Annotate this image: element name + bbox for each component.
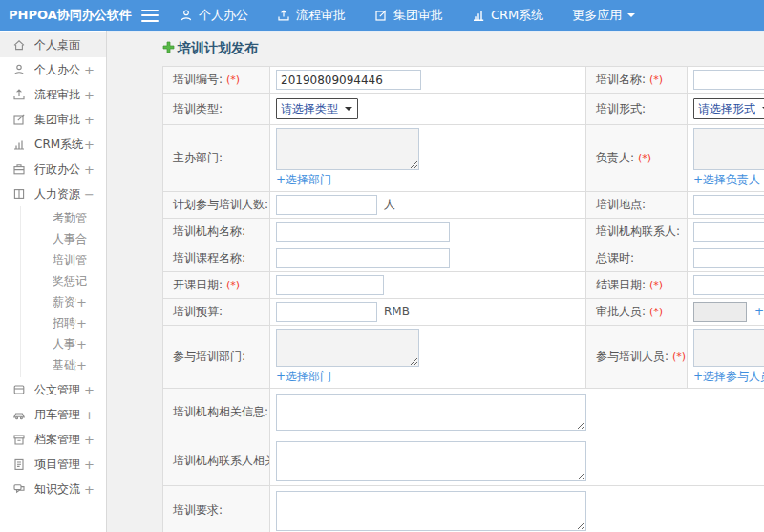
- sidebar-item-projects[interactable]: 项目管理 +: [0, 452, 106, 477]
- field-label: 培训课程名称:: [173, 251, 245, 265]
- sidebar-item-personal-office[interactable]: 个人办公 +: [0, 57, 106, 82]
- org-contact-info-textarea[interactable]: [276, 441, 586, 481]
- field-label: 培训机构相关信息:: [173, 405, 268, 418]
- hamburger-menu-icon[interactable]: [141, 10, 159, 22]
- expand-plus-icon[interactable]: +: [84, 433, 95, 447]
- nav-group-approval[interactable]: 集团审批: [374, 7, 443, 24]
- sidebar-item-workflow-approval[interactable]: 流程审批 +: [0, 82, 106, 107]
- archive-icon: [12, 433, 27, 446]
- nav-more-apps[interactable]: 更多应用: [572, 7, 635, 24]
- nav-label: CRM系统: [491, 7, 543, 24]
- field-label: 总课时:: [596, 251, 634, 265]
- field-label: 培训预算:: [173, 305, 223, 318]
- expand-plus-icon[interactable]: +: [84, 383, 95, 397]
- sidebar-subitem-attendance[interactable]: 考勤管理: [21, 207, 106, 228]
- training-type-select-wrap: 请选择类型: [276, 98, 358, 119]
- home-icon: [12, 38, 27, 52]
- expand-plus-icon[interactable]: +: [84, 482, 95, 497]
- end-date-input[interactable]: [693, 275, 764, 295]
- requirements-textarea[interactable]: [276, 491, 586, 531]
- select-leader-link[interactable]: +选择负责人: [693, 173, 760, 186]
- training-code-input[interactable]: [276, 70, 421, 90]
- field-label: 开课日期:: [173, 278, 223, 291]
- sidebar-subitem-salary[interactable]: 薪资管理+: [21, 291, 106, 312]
- expand-plus-icon[interactable]: +: [76, 295, 87, 309]
- field-label: 审批人员:: [596, 305, 646, 318]
- expand-plus-icon[interactable]: +: [84, 88, 95, 102]
- sidebar-item-group-approval[interactable]: 集团审批 +: [0, 107, 106, 132]
- training-type-select[interactable]: 请选择类型: [276, 98, 358, 119]
- field-label: 培训机构联系人相关信息:: [173, 454, 270, 467]
- planned-count-input[interactable]: [276, 195, 377, 215]
- sidebar-item-documents[interactable]: 公文管理 +: [0, 377, 106, 402]
- org-name-input[interactable]: [276, 222, 450, 242]
- training-name-input[interactable]: [693, 70, 764, 90]
- required-mark: (*): [649, 279, 663, 291]
- sidebar-item-hr[interactable]: 人力资源 −: [0, 181, 106, 206]
- form-table: 培训编号:(*) 培训名称:(*) 培训类型: 请选择类型 培训形式: 请选择形…: [162, 66, 764, 532]
- table-row: 培训机构名称: 培训机构联系人:: [163, 219, 764, 245]
- required-mark: (*): [649, 74, 663, 86]
- field-label: 培训形式:: [596, 102, 646, 116]
- sidebar-subitem-rewards[interactable]: 奖惩记录: [21, 270, 106, 291]
- nav-crm-system[interactable]: CRM系统: [472, 7, 543, 24]
- org-contact-input[interactable]: [693, 222, 764, 242]
- expand-plus-icon[interactable]: +: [84, 458, 95, 472]
- car-icon: [12, 408, 27, 421]
- collapse-minus-icon[interactable]: −: [84, 187, 95, 202]
- join-people-textarea[interactable]: [693, 329, 764, 367]
- sidebar-item-desktop[interactable]: 个人桌面: [0, 32, 106, 57]
- required-mark: (*): [226, 279, 240, 291]
- budget-input[interactable]: [276, 302, 377, 322]
- training-mode-select[interactable]: 请选择形式: [693, 98, 764, 119]
- user-icon: [180, 9, 193, 22]
- chat-icon: [12, 482, 27, 496]
- sidebar-subitem-base-category[interactable]: 基础类别设置+: [21, 354, 106, 375]
- sidebar-subitem-hr-contract[interactable]: 人事合同: [21, 228, 106, 249]
- expand-plus-icon[interactable]: +: [76, 316, 87, 330]
- sidebar-item-admin-office[interactable]: 行政办公 +: [0, 157, 106, 181]
- location-input[interactable]: [693, 195, 764, 215]
- required-mark: (*): [226, 74, 240, 86]
- table-row: 参与培训部门: +选择部门 参与培训人员:(*) +选择参与人员: [163, 326, 764, 389]
- sidebar-item-vehicles[interactable]: 用车管理 +: [0, 402, 106, 427]
- leader-textarea[interactable]: [693, 128, 764, 170]
- table-row: 培训机构联系人相关信息:: [163, 436, 764, 486]
- sidebar-subitem-personnel[interactable]: 人事管理+: [21, 333, 106, 354]
- sidebar-item-crm[interactable]: CRM系统 +: [0, 132, 106, 157]
- expand-plus-icon[interactable]: +: [84, 63, 95, 77]
- nav-label: 更多应用: [572, 7, 622, 24]
- sidebar-item-archives[interactable]: 档案管理 +: [0, 427, 106, 452]
- total-hours-input[interactable]: [693, 248, 764, 268]
- sidebar-item-knowledge[interactable]: 知识交流 +: [0, 477, 106, 501]
- currency-label: RMB: [384, 305, 410, 318]
- expand-plus-icon[interactable]: +: [84, 162, 95, 177]
- training-plan-form: 培训计划发布 培训编号:(*) 培训名称:(*) 培训类型: 请选择类型 培训形…: [162, 39, 764, 532]
- sidebar-item-label: 公文管理: [34, 382, 84, 398]
- select-join-people-link[interactable]: +选择参与人员: [693, 370, 764, 383]
- nav-workflow-approval[interactable]: 流程审批: [277, 7, 346, 24]
- expand-plus-icon[interactable]: +: [84, 408, 95, 422]
- sidebar-subitem-recruit[interactable]: 招聘管理+: [21, 312, 106, 333]
- select-dept-link[interactable]: +选择部门: [276, 173, 331, 186]
- org-info-textarea[interactable]: [276, 394, 586, 431]
- expand-plus-icon[interactable]: +: [76, 358, 87, 372]
- field-label: 培训要求:: [173, 503, 223, 517]
- chart-icon: [12, 138, 27, 151]
- select-approver-link[interactable]: +选择审批人员: [754, 305, 764, 318]
- select-join-dept-link[interactable]: +选择部门: [276, 370, 331, 383]
- nav-personal-office[interactable]: 个人办公: [180, 7, 248, 24]
- field-label: 培训机构联系人:: [596, 224, 680, 238]
- sidebar-subitem-training[interactable]: 培训管理: [21, 249, 106, 270]
- course-name-input[interactable]: [276, 248, 450, 268]
- expand-plus-icon[interactable]: +: [76, 337, 87, 351]
- approver-box[interactable]: [693, 302, 747, 322]
- required-mark: (*): [672, 351, 686, 363]
- start-date-input[interactable]: [276, 275, 384, 295]
- host-dept-textarea[interactable]: [276, 128, 419, 170]
- expand-plus-icon[interactable]: +: [84, 113, 95, 127]
- table-row: 计划参与培训人数:(*) 人 培训地点:: [163, 192, 764, 219]
- expand-plus-icon[interactable]: +: [84, 138, 95, 152]
- join-dept-textarea[interactable]: [276, 329, 419, 367]
- sidebar-item-label: 流程审批: [34, 87, 84, 103]
